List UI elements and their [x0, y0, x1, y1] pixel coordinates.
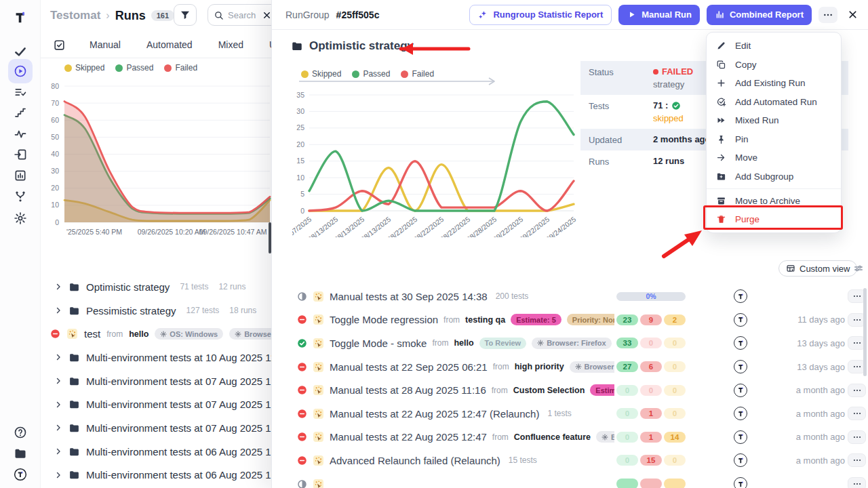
- chevron-right-icon[interactable]: [54, 306, 62, 314]
- burst-icon: [313, 479, 324, 488]
- menu-item-add-existing-run[interactable]: Add Existing Run: [707, 74, 841, 93]
- chevron-right-icon[interactable]: [54, 424, 62, 432]
- from-label: from: [493, 362, 509, 371]
- dots-icon[interactable]: [852, 479, 862, 488]
- run-row[interactable]: Toggle Mode regressionfromtesting qaEsti…: [272, 308, 868, 332]
- run-group-list: Optimistic strategy71 tests12 runsPessim…: [41, 275, 275, 488]
- run-row[interactable]: Manual tests at 22 Aug 2025 12:47 (Relau…: [272, 402, 868, 426]
- dots-icon[interactable]: [852, 338, 862, 348]
- menu-item-move[interactable]: Move: [707, 148, 841, 167]
- search-input[interactable]: [228, 10, 258, 20]
- dots-icon[interactable]: [852, 291, 862, 301]
- run-meta: 15 tests: [509, 455, 537, 465]
- group-row[interactable]: Multi-environment tests at 06 Aug 2025 1…: [41, 464, 275, 487]
- dots-icon[interactable]: [852, 455, 862, 465]
- tab-mixed[interactable]: Mixed: [214, 37, 248, 53]
- menu-item-pin[interactable]: Pin: [707, 130, 841, 149]
- manual-run-button[interactable]: Manual Run: [618, 5, 700, 25]
- search-box[interactable]: [208, 4, 279, 26]
- run-row[interactable]: Manual tests at 30 Sep 2025 14:38200 tes…: [272, 285, 868, 308]
- chevron-right-icon[interactable]: [54, 283, 62, 291]
- filter-button[interactable]: [174, 4, 197, 26]
- run-row[interactable]: Manual tests at 28 Aug 2025 11:16fromCus…: [272, 378, 868, 402]
- rungroup-statistic-report-button[interactable]: Rungroup Statistic Report: [469, 5, 612, 25]
- burst-icon: [66, 328, 78, 340]
- sliders-icon[interactable]: [853, 263, 864, 274]
- menu-item-edit[interactable]: Edit: [707, 37, 841, 56]
- drawer-scrollbar[interactable]: [863, 288, 867, 376]
- run-title: Advanced Relaunch failed (Relaunch): [330, 455, 500, 466]
- row-menu-button[interactable]: [848, 477, 866, 488]
- group-row[interactable]: Multi-environment tests at 10 Aug 2025 1…: [41, 346, 275, 369]
- breadcrumb-app[interactable]: Testomat: [50, 9, 100, 22]
- rail-item-milestones[interactable]: [8, 100, 33, 125]
- count-red: [640, 479, 662, 488]
- run-row[interactable]: testfromhelloOS: WindowsBrowser: Chrome: [41, 322, 275, 346]
- run-row[interactable]: [272, 472, 868, 488]
- tab-manual[interactable]: Manual: [85, 37, 125, 53]
- dots-icon[interactable]: [852, 409, 862, 418]
- branch-icon: [14, 190, 27, 203]
- row-menu-button[interactable]: [848, 453, 866, 467]
- x-icon[interactable]: [262, 10, 272, 20]
- count-green: 0: [616, 408, 638, 419]
- group-row[interactable]: Pessimistic strategy127 tests18 runs: [41, 299, 275, 323]
- run-row[interactable]: Manual tests at 22 Aug 2025 12:47fromCon…: [272, 426, 868, 449]
- group-row[interactable]: Multi-environment tests at 07 Aug 2025 1…: [41, 416, 275, 440]
- group-meta: 12 runs: [218, 282, 245, 291]
- rail-item-settings[interactable]: [8, 206, 33, 230]
- failed-status-icon: [50, 329, 60, 339]
- dots-icon[interactable]: [852, 362, 862, 371]
- close-icon[interactable]: [847, 9, 859, 20]
- run-title: Toggle Mode - smoke: [330, 338, 427, 349]
- group-row[interactable]: Multi-environment tests at 06 Aug 2025 1…: [41, 440, 275, 464]
- select-runs-icon[interactable]: [50, 36, 68, 54]
- chevron-right-icon[interactable]: [54, 447, 62, 455]
- group-row[interactable]: Multi-environment tests at 07 Aug 2025 1…: [41, 369, 275, 393]
- menu-item-purge[interactable]: Purge: [707, 210, 841, 229]
- group-row[interactable]: Multi-environment tests at 07 Aug 2025 1…: [41, 392, 275, 416]
- folder-icon: [68, 469, 80, 481]
- tab-automated[interactable]: Automated: [142, 37, 197, 53]
- chevron-right-icon[interactable]: [54, 471, 62, 479]
- manual-run-icon: [66, 328, 78, 340]
- row-menu-button[interactable]: [848, 407, 866, 420]
- chart-box-icon: [14, 169, 27, 182]
- folder-icon: [291, 40, 303, 52]
- folder-icon: [68, 469, 80, 481]
- check-icon: [14, 45, 27, 58]
- menu-item-copy[interactable]: Copy: [707, 56, 841, 75]
- chevron-right-icon[interactable]: [54, 353, 62, 361]
- rail-item-account[interactable]: [8, 462, 33, 487]
- menu-item-move-to-archive[interactable]: Move to Archive: [707, 188, 841, 210]
- dots-icon[interactable]: [852, 432, 862, 442]
- gear-icon: [537, 340, 544, 346]
- chevron-right-icon[interactable]: [54, 401, 62, 409]
- menu-item-add-subgroup[interactable]: Add Subgroup: [707, 167, 841, 186]
- menu-item-mixed-run[interactable]: Mixed Run: [707, 111, 841, 130]
- run-date: a month ago: [747, 449, 845, 472]
- count-green: 0: [616, 432, 638, 443]
- app-logo[interactable]: [8, 5, 33, 30]
- more-actions-button[interactable]: [818, 7, 837, 23]
- chevron-right-icon[interactable]: [54, 377, 62, 385]
- detail-label: Tests: [589, 100, 653, 123]
- pin-icon: [716, 134, 726, 144]
- dots-icon[interactable]: [852, 386, 862, 395]
- row-menu-button[interactable]: [848, 384, 866, 397]
- dots-icon[interactable]: [852, 315, 862, 325]
- search-clear-icon[interactable]: [262, 10, 272, 20]
- rail-item-branches[interactable]: [8, 184, 33, 209]
- run-row[interactable]: Manual tests at 22 Sep 2025 06:21fromhig…: [272, 355, 868, 379]
- x-icon[interactable]: [847, 9, 859, 20]
- avatar: [734, 407, 747, 420]
- run-row[interactable]: Advanced Relaunch failed (Relaunch)15 te…: [272, 449, 868, 472]
- combined-report-button[interactable]: Combined Report: [707, 5, 812, 25]
- context-menu: EditCopyAdd Existing RunAdd Automated Ru…: [706, 32, 842, 233]
- run-row[interactable]: Toggle Mode - smokefromhelloTo ReviewBro…: [272, 331, 868, 355]
- group-row[interactable]: Optimistic strategy71 tests12 runs: [41, 275, 275, 299]
- view-sliders-icon[interactable]: [853, 263, 864, 274]
- menu-item-add-automated-run[interactable]: Add Automated Run: [707, 93, 841, 112]
- custom-view-button[interactable]: Custom view: [778, 260, 857, 277]
- row-menu-button[interactable]: [848, 430, 866, 444]
